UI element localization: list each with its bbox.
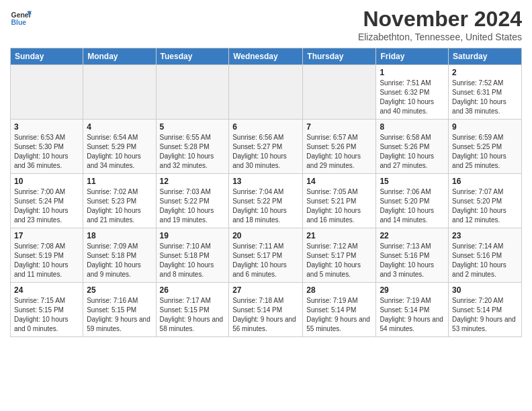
day-info: Sunrise: 7:08 AM Sunset: 5:19 PM Dayligh…: [14, 242, 79, 279]
logo: General Blue: [10, 7, 32, 28]
day-cell: 10Sunrise: 7:00 AM Sunset: 5:24 PM Dayli…: [11, 174, 83, 228]
week-row-4: 17Sunrise: 7:08 AM Sunset: 5:19 PM Dayli…: [11, 228, 522, 283]
day-number: 19: [160, 231, 226, 240]
weekday-thursday: Thursday: [303, 48, 376, 65]
day-number: 7: [306, 122, 372, 132]
day-number: 21: [306, 231, 372, 240]
day-number: 13: [232, 177, 299, 186]
day-info: Sunrise: 7:07 AM Sunset: 5:20 PM Dayligh…: [452, 187, 518, 225]
day-cell: 9Sunrise: 6:59 AM Sunset: 5:25 PM Daylig…: [449, 120, 522, 174]
week-row-3: 10Sunrise: 7:00 AM Sunset: 5:24 PM Dayli…: [11, 174, 522, 228]
week-row-2: 3Sunrise: 6:53 AM Sunset: 5:30 PM Daylig…: [11, 120, 522, 174]
day-cell: 14Sunrise: 7:05 AM Sunset: 5:21 PM Dayli…: [303, 174, 376, 228]
weekday-saturday: Saturday: [449, 48, 522, 65]
day-number: 16: [452, 177, 518, 186]
day-cell: [11, 65, 83, 120]
weekday-sunday: Sunday: [11, 48, 83, 65]
day-cell: 17Sunrise: 7:08 AM Sunset: 5:19 PM Dayli…: [11, 228, 83, 283]
day-cell: 8Sunrise: 6:58 AM Sunset: 5:26 PM Daylig…: [376, 120, 449, 174]
day-number: 26: [160, 285, 226, 295]
day-cell: 18Sunrise: 7:09 AM Sunset: 5:18 PM Dayli…: [83, 228, 156, 283]
weekday-wednesday: Wednesday: [229, 48, 303, 65]
day-info: Sunrise: 7:10 AM Sunset: 5:18 PM Dayligh…: [160, 242, 226, 279]
day-cell: 1Sunrise: 7:51 AM Sunset: 6:32 PM Daylig…: [376, 65, 449, 120]
day-cell: 28Sunrise: 7:19 AM Sunset: 5:14 PM Dayli…: [303, 283, 376, 337]
day-info: Sunrise: 7:14 AM Sunset: 5:16 PM Dayligh…: [452, 242, 518, 279]
week-row-1: 1Sunrise: 7:51 AM Sunset: 6:32 PM Daylig…: [11, 65, 522, 120]
day-info: Sunrise: 7:16 AM Sunset: 5:15 PM Dayligh…: [87, 296, 152, 334]
day-number: 2: [452, 68, 518, 77]
day-info: Sunrise: 7:11 AM Sunset: 5:17 PM Dayligh…: [232, 242, 299, 279]
day-info: Sunrise: 7:12 AM Sunset: 5:17 PM Dayligh…: [306, 242, 372, 279]
day-number: 25: [87, 285, 152, 295]
day-info: Sunrise: 6:57 AM Sunset: 5:26 PM Dayligh…: [306, 133, 372, 171]
day-number: 12: [160, 177, 226, 186]
day-cell: 2Sunrise: 7:52 AM Sunset: 6:31 PM Daylig…: [449, 65, 522, 120]
month-title: November 2024: [358, 7, 522, 32]
title-section: November 2024 Elizabethton, Tennessee, U…: [358, 7, 522, 42]
day-number: 15: [380, 177, 445, 186]
svg-text:Blue: Blue: [11, 19, 27, 26]
day-cell: 26Sunrise: 7:17 AM Sunset: 5:15 PM Dayli…: [156, 283, 229, 337]
day-cell: 15Sunrise: 7:06 AM Sunset: 5:20 PM Dayli…: [376, 174, 449, 228]
day-info: Sunrise: 7:20 AM Sunset: 5:14 PM Dayligh…: [452, 296, 518, 334]
day-info: Sunrise: 6:58 AM Sunset: 5:26 PM Dayligh…: [380, 133, 445, 171]
weekday-monday: Monday: [83, 48, 156, 65]
day-cell: [303, 65, 376, 120]
day-cell: 24Sunrise: 7:15 AM Sunset: 5:15 PM Dayli…: [11, 283, 83, 337]
day-info: Sunrise: 7:15 AM Sunset: 5:15 PM Dayligh…: [14, 296, 79, 334]
day-number: 29: [380, 285, 445, 295]
day-info: Sunrise: 7:19 AM Sunset: 5:14 PM Dayligh…: [380, 296, 445, 334]
day-cell: 13Sunrise: 7:04 AM Sunset: 5:22 PM Dayli…: [229, 174, 303, 228]
day-info: Sunrise: 7:09 AM Sunset: 5:18 PM Dayligh…: [87, 242, 152, 279]
calendar-table: SundayMondayTuesdayWednesdayThursdayFrid…: [10, 48, 522, 337]
day-number: 6: [232, 122, 299, 132]
day-info: Sunrise: 7:13 AM Sunset: 5:16 PM Dayligh…: [380, 242, 445, 279]
weekday-friday: Friday: [376, 48, 449, 65]
day-number: 4: [87, 122, 152, 132]
day-number: 10: [14, 177, 79, 186]
week-row-5: 24Sunrise: 7:15 AM Sunset: 5:15 PM Dayli…: [11, 283, 522, 337]
day-info: Sunrise: 6:56 AM Sunset: 5:27 PM Dayligh…: [232, 133, 299, 171]
day-info: Sunrise: 7:05 AM Sunset: 5:21 PM Dayligh…: [306, 187, 372, 225]
day-info: Sunrise: 7:18 AM Sunset: 5:14 PM Dayligh…: [232, 296, 299, 334]
day-number: 23: [452, 231, 518, 240]
day-number: 24: [14, 285, 79, 295]
day-number: 3: [14, 122, 79, 132]
day-info: Sunrise: 7:00 AM Sunset: 5:24 PM Dayligh…: [14, 187, 79, 225]
day-cell: [229, 65, 303, 120]
day-cell: 25Sunrise: 7:16 AM Sunset: 5:15 PM Dayli…: [83, 283, 156, 337]
day-number: 5: [160, 122, 226, 132]
day-info: Sunrise: 6:59 AM Sunset: 5:25 PM Dayligh…: [452, 133, 518, 171]
day-info: Sunrise: 7:51 AM Sunset: 6:32 PM Dayligh…: [380, 79, 445, 116]
day-number: 27: [232, 285, 299, 295]
day-cell: 30Sunrise: 7:20 AM Sunset: 5:14 PM Dayli…: [449, 283, 522, 337]
day-info: Sunrise: 7:52 AM Sunset: 6:31 PM Dayligh…: [452, 79, 518, 116]
day-info: Sunrise: 7:19 AM Sunset: 5:14 PM Dayligh…: [306, 296, 372, 334]
day-info: Sunrise: 7:02 AM Sunset: 5:23 PM Dayligh…: [87, 187, 152, 225]
day-info: Sunrise: 7:06 AM Sunset: 5:20 PM Dayligh…: [380, 187, 445, 225]
day-number: 17: [14, 231, 79, 240]
day-cell: [83, 65, 156, 120]
day-number: 14: [306, 177, 372, 186]
weekday-tuesday: Tuesday: [156, 48, 229, 65]
day-info: Sunrise: 6:54 AM Sunset: 5:29 PM Dayligh…: [87, 133, 152, 171]
day-info: Sunrise: 6:55 AM Sunset: 5:28 PM Dayligh…: [160, 133, 226, 171]
day-cell: 27Sunrise: 7:18 AM Sunset: 5:14 PM Dayli…: [229, 283, 303, 337]
logo-icon: General Blue: [10, 7, 32, 28]
day-number: 20: [232, 231, 299, 240]
day-cell: 12Sunrise: 7:03 AM Sunset: 5:22 PM Dayli…: [156, 174, 229, 228]
day-cell: 20Sunrise: 7:11 AM Sunset: 5:17 PM Dayli…: [229, 228, 303, 283]
weekday-header-row: SundayMondayTuesdayWednesdayThursdayFrid…: [11, 48, 522, 65]
day-number: 30: [452, 285, 518, 295]
day-number: 28: [306, 285, 372, 295]
day-cell: 7Sunrise: 6:57 AM Sunset: 5:26 PM Daylig…: [303, 120, 376, 174]
day-number: 8: [380, 122, 445, 132]
day-cell: 5Sunrise: 6:55 AM Sunset: 5:28 PM Daylig…: [156, 120, 229, 174]
day-info: Sunrise: 6:53 AM Sunset: 5:30 PM Dayligh…: [14, 133, 79, 171]
day-number: 11: [87, 177, 152, 186]
day-info: Sunrise: 7:17 AM Sunset: 5:15 PM Dayligh…: [160, 296, 226, 334]
day-number: 18: [87, 231, 152, 240]
day-number: 22: [380, 231, 445, 240]
day-info: Sunrise: 7:03 AM Sunset: 5:22 PM Dayligh…: [160, 187, 226, 225]
